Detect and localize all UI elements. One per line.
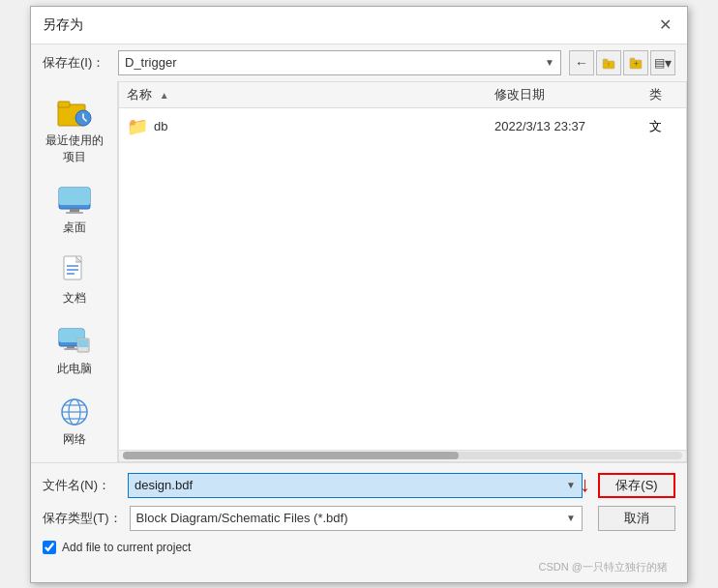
- filename-label: 文件名(N)：: [43, 477, 120, 494]
- docs-icon: [55, 253, 94, 288]
- folder-icon: 📁: [127, 116, 148, 137]
- view-icon: ▤: [654, 56, 665, 70]
- filename-combo-arrow: ▼: [566, 480, 576, 490]
- filename-row: 文件名(N)： design.bdf ▼ 保存(S): [43, 473, 675, 498]
- svg-text:+: +: [634, 59, 639, 69]
- filetype-label: 保存类型(T)：: [43, 510, 122, 527]
- close-button[interactable]: ✕: [654, 15, 675, 36]
- svg-rect-22: [78, 339, 88, 347]
- sidebar-item-computer[interactable]: 此电脑: [36, 317, 113, 384]
- add-to-project-checkbox[interactable]: [43, 541, 56, 554]
- dialog-title: 另存为: [43, 16, 83, 34]
- main-area: 最近使用的项目 桌面: [31, 81, 687, 462]
- title-bar: 另存为 ✕: [31, 7, 687, 44]
- sidebar: 最近使用的项目 桌面: [31, 81, 118, 462]
- col-date-header: 修改日期: [494, 86, 649, 103]
- up-button[interactable]: ↑: [596, 50, 621, 75]
- file-panel: 名称 ▲ 修改日期 类 📁 db 2022/3/13 23:37 文: [118, 81, 687, 462]
- location-combo[interactable]: D_trigger ▼: [118, 50, 561, 75]
- checkbox-row: Add file to current project: [43, 539, 675, 558]
- view-button[interactable]: ▤▾: [650, 50, 675, 75]
- sidebar-item-network[interactable]: 网络: [36, 388, 113, 455]
- svg-text:↑: ↑: [607, 61, 611, 68]
- cancel-button[interactable]: 取消: [598, 506, 675, 531]
- sidebar-docs-label: 文档: [63, 290, 86, 307]
- bottom-area: 文件名(N)： design.bdf ▼ 保存(S) 保存类型(T)： Bloc…: [31, 462, 687, 582]
- file-item-date: 2022/3/13 23:37: [494, 119, 649, 133]
- new-folder-icon: +: [629, 56, 643, 70]
- col-name-header[interactable]: 名称 ▲: [127, 86, 494, 103]
- svg-rect-11: [70, 209, 79, 212]
- up-folder-icon: ↑: [602, 56, 615, 70]
- filetype-value: Block Diagram/Schematic Files (*.bdf): [136, 511, 348, 525]
- filename-value: design.bdf: [135, 478, 193, 492]
- file-item-name: db: [154, 119, 494, 133]
- save-button[interactable]: 保存(S): [598, 473, 675, 498]
- table-row[interactable]: 📁 db 2022/3/13 23:37 文: [119, 112, 686, 141]
- cancel-button-col: 取消: [598, 506, 675, 531]
- svg-rect-20: [64, 348, 77, 350]
- back-button[interactable]: ←: [569, 50, 594, 75]
- watermark: CSDN @一只特立独行的猪: [43, 558, 675, 576]
- svg-rect-12: [66, 212, 83, 214]
- computer-icon: [55, 324, 94, 359]
- svg-rect-19: [67, 346, 75, 348]
- desktop-icon: [55, 183, 94, 218]
- toolbar-row: 保存在(I)： D_trigger ▼ ← ↑ +: [31, 44, 687, 81]
- sidebar-item-desktop[interactable]: 桌面: [36, 176, 113, 243]
- location-combo-arrow: ▼: [545, 57, 554, 68]
- sidebar-item-recent[interactable]: 最近使用的项目: [36, 89, 113, 172]
- file-list-header: 名称 ▲ 修改日期 类: [119, 82, 686, 108]
- filetype-row: 保存类型(T)： Block Diagram/Schematic Files (…: [43, 506, 675, 531]
- new-folder-button[interactable]: +: [623, 50, 648, 75]
- scrollbar-thumb: [123, 452, 459, 459]
- scrollbar-track: [123, 452, 682, 459]
- filetype-combo[interactable]: Block Diagram/Schematic Files (*.bdf) ▼: [130, 506, 583, 531]
- network-icon: [55, 395, 94, 429]
- recent-icon: [55, 96, 94, 131]
- location-value: D_trigger: [125, 55, 176, 70]
- toolbar-buttons: ← ↑ + ▤▾: [569, 50, 675, 75]
- file-item-type: 文: [649, 118, 678, 135]
- sidebar-computer-label: 此电脑: [57, 361, 92, 377]
- svg-rect-10: [59, 188, 90, 205]
- sort-arrow: ▲: [160, 90, 169, 101]
- filetype-combo-arrow: ▼: [566, 513, 576, 523]
- location-label: 保存在(I)：: [43, 54, 110, 72]
- svg-rect-7: [58, 102, 70, 107]
- sidebar-network-label: 网络: [63, 431, 86, 448]
- add-to-project-label: Add file to current project: [62, 541, 191, 554]
- sidebar-item-docs[interactable]: 文档: [36, 247, 113, 313]
- save-dialog: 另存为 ✕ 保存在(I)： D_trigger ▼ ← ↑ +: [30, 6, 688, 583]
- col-extra-header: 类: [649, 86, 678, 103]
- horizontal-scrollbar[interactable]: [119, 450, 686, 461]
- sidebar-recent-label: 最近使用的项目: [41, 132, 108, 165]
- action-buttons: 保存(S): [598, 473, 675, 498]
- filename-combo[interactable]: design.bdf ▼: [128, 473, 583, 498]
- sidebar-desktop-label: 桌面: [63, 220, 86, 236]
- file-list: 📁 db 2022/3/13 23:37 文: [119, 108, 686, 450]
